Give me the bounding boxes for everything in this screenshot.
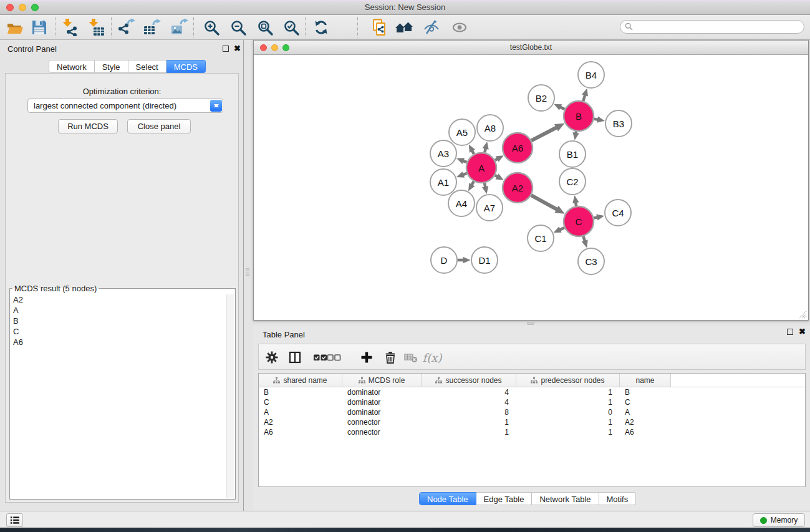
table-cell[interactable]: 1: [516, 397, 620, 407]
open-session-button[interactable]: [4, 18, 26, 37]
table-cell[interactable]: connector: [342, 417, 422, 427]
column-header-predecessor-nodes[interactable]: predecessor nodes: [516, 374, 620, 387]
table-float-panel-icon[interactable]: [787, 329, 793, 335]
mcds-result-item[interactable]: C: [11, 326, 226, 337]
table-close-panel-icon[interactable]: ✖: [799, 327, 806, 336]
home-button[interactable]: [394, 18, 415, 37]
table-cell[interactable]: 4: [422, 387, 516, 397]
graph-node-D[interactable]: D: [431, 247, 457, 273]
mcds-result-item[interactable]: B: [11, 316, 226, 326]
table-settings-button[interactable]: [264, 349, 280, 365]
save-session-button[interactable]: [29, 18, 50, 37]
mcds-result-item[interactable]: A2: [11, 294, 226, 305]
table-row[interactable]: Cdominator41C: [259, 397, 805, 407]
graph-node-B4[interactable]: B4: [578, 62, 604, 88]
table-cell[interactable]: dominator: [342, 387, 422, 397]
graph-node-D1[interactable]: D1: [471, 247, 498, 273]
create-column-button[interactable]: [359, 349, 375, 365]
memory-button[interactable]: Memory: [753, 513, 805, 527]
table-cell[interactable]: 0: [516, 407, 620, 417]
network-from-clipboard-button[interactable]: [369, 18, 390, 37]
table-cell[interactable]: 1: [516, 387, 620, 397]
vertical-splitter-grip[interactable]: [246, 268, 251, 278]
tab-network[interactable]: Network: [49, 60, 95, 73]
table-cell[interactable]: connector: [342, 427, 422, 437]
table-cell[interactable]: 1: [516, 427, 620, 437]
function-builder-button[interactable]: f(x): [422, 349, 443, 365]
export-network-button[interactable]: [116, 18, 137, 37]
graph-edge-A2-C[interactable]: [531, 195, 557, 210]
close-panel-button[interactable]: Close panel: [127, 119, 191, 133]
mcds-result-scrollbar[interactable]: [226, 294, 234, 498]
criterion-select[interactable]: largest connected component (directed): [27, 99, 223, 113]
export-image-button[interactable]: [169, 18, 190, 37]
float-panel-icon[interactable]: [223, 46, 229, 52]
column-header-shared-name[interactable]: shared name: [259, 374, 342, 387]
graph-node-B3[interactable]: B3: [605, 110, 632, 137]
graph-node-C4[interactable]: C4: [605, 200, 631, 226]
network-canvas[interactable]: B4B2BB3A8A5A6B1A3AA1C2A2A4A7C4CC1C3DD1: [254, 55, 808, 320]
table-cell[interactable]: A2: [259, 417, 342, 427]
graph-node-A1[interactable]: A1: [430, 169, 456, 195]
refresh-button[interactable]: [311, 18, 332, 37]
graph-node-B[interactable]: B: [564, 101, 594, 131]
zoom-fit-button[interactable]: [254, 18, 276, 37]
close-panel-icon[interactable]: ✖: [234, 44, 241, 53]
table-cell[interactable]: A: [620, 407, 671, 417]
table-cell[interactable]: dominator: [342, 397, 422, 407]
column-header-name[interactable]: name: [620, 374, 671, 387]
show-task-history-button[interactable]: [6, 513, 23, 527]
table-cell[interactable]: B: [620, 387, 671, 397]
column-header-successor-nodes[interactable]: successor nodes: [422, 374, 516, 387]
import-table-button[interactable]: [85, 18, 107, 37]
table-cell[interactable]: C: [259, 397, 342, 407]
zoom-out-button[interactable]: [228, 18, 249, 37]
graph-node-A[interactable]: A: [466, 153, 496, 183]
table-cell[interactable]: A2: [620, 417, 671, 427]
graph-node-C1[interactable]: C1: [528, 225, 554, 251]
table-cell[interactable]: 8: [422, 407, 516, 417]
table-cell[interactable]: A6: [259, 427, 342, 437]
graph-node-A4[interactable]: A4: [448, 190, 475, 216]
table-cell[interactable]: dominator: [342, 407, 422, 417]
mcds-result-item[interactable]: A6: [11, 337, 226, 347]
table-cell[interactable]: 1: [422, 427, 516, 437]
mcds-result-item[interactable]: A: [11, 305, 226, 316]
table-row[interactable]: A6connector11A6: [259, 427, 805, 437]
table-cell[interactable]: 1: [516, 417, 620, 427]
graph-node-A6[interactable]: A6: [503, 133, 533, 163]
tab-network-table[interactable]: Network Table: [532, 492, 599, 505]
show-columns-button[interactable]: [287, 349, 303, 365]
tab-motifs[interactable]: Motifs: [599, 492, 637, 505]
column-header-MCDS-role[interactable]: MCDS role: [342, 374, 422, 387]
graph-edge-A6-B[interactable]: [531, 127, 557, 141]
table-cell[interactable]: B: [259, 387, 342, 397]
hide-graphics-details-button[interactable]: [421, 18, 442, 37]
zoom-in-button[interactable]: [201, 18, 222, 37]
delete-table-button[interactable]: [403, 349, 419, 365]
table-cell[interactable]: 1: [422, 417, 516, 427]
graph-node-C2[interactable]: C2: [559, 168, 586, 195]
graph-node-A2[interactable]: A2: [503, 173, 533, 203]
deselect-all-button[interactable]: [326, 349, 342, 365]
search-input[interactable]: [620, 20, 804, 34]
tab-mcds[interactable]: MCDS: [166, 60, 206, 73]
graph-node-C[interactable]: C: [564, 206, 594, 236]
graph-node-C3[interactable]: C3: [578, 248, 604, 274]
graph-node-A7[interactable]: A7: [476, 195, 503, 221]
graph-node-A8[interactable]: A8: [477, 115, 503, 141]
table-cell[interactable]: A6: [620, 427, 671, 437]
run-mcds-button[interactable]: Run MCDS: [58, 119, 118, 133]
zoom-selected-button[interactable]: [281, 18, 302, 37]
table-cell[interactable]: 4: [422, 397, 516, 407]
resize-grip-icon[interactable]: [799, 311, 807, 319]
import-network-button[interactable]: [59, 18, 80, 37]
show-hide-panels-button[interactable]: [449, 18, 470, 37]
graph-node-A3[interactable]: A3: [430, 140, 456, 167]
horizontal-splitter-grip[interactable]: [527, 322, 534, 325]
tab-select[interactable]: Select: [128, 60, 166, 73]
tab-node-table[interactable]: Node Table: [419, 492, 476, 505]
table-row[interactable]: Adominator80A: [259, 407, 805, 417]
table-row[interactable]: A2connector11A2: [259, 417, 805, 427]
graph-node-A5[interactable]: A5: [449, 119, 475, 145]
